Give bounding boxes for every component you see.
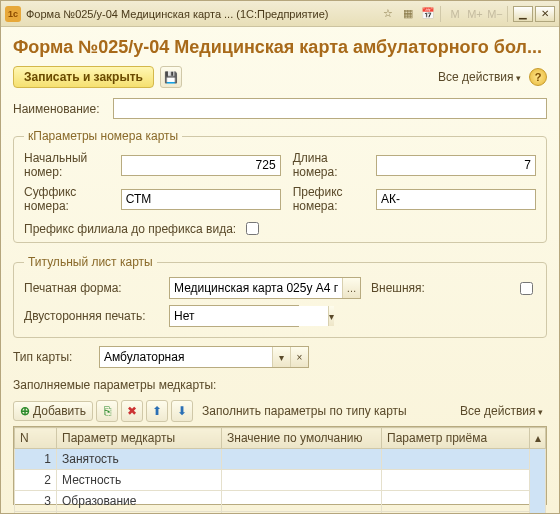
card-number-fieldset: кПараметры номера карты Начальный номер:… [13,129,547,243]
name-input[interactable] [113,98,547,119]
name-label: Наименование: [13,102,113,116]
params-all-actions-dropdown[interactable]: Все действия [460,404,543,418]
print-form-ellipsis-button[interactable]: … [342,278,360,298]
prefix-input[interactable] [376,189,536,210]
name-row: Наименование: [13,98,547,119]
close-button[interactable]: ✕ [535,6,555,22]
help-icon[interactable]: ? [529,68,547,86]
all-actions-dropdown[interactable]: Все действия [438,70,521,84]
cell-default [222,512,382,514]
scrollbar-track[interactable] [530,449,546,514]
save-close-button[interactable]: Записать и закрыть [13,66,154,88]
move-up-button[interactable]: ⬆ [146,400,168,422]
branch-prefix-checkbox[interactable] [246,222,259,235]
start-num-label: Начальный номер: [24,151,109,179]
table-row[interactable]: 2 Местность [15,470,546,491]
table-row[interactable]: 1 Занятость [15,449,546,470]
scroll-up-button[interactable]: ▴ [530,428,546,449]
copy-button[interactable]: ⎘ [96,400,118,422]
external-checkbox[interactable] [520,282,533,295]
length-input[interactable] [376,155,536,176]
params-toolbar: ⊕ Добавить ⎘ ✖ ⬆ ⬇ Заполнить параметры п… [13,400,547,422]
duplex-input[interactable] [170,306,328,326]
card-type-row: Тип карты: ▾ × [13,346,547,368]
cell-param: Образование [57,491,222,512]
params-section-label: Заполняемые параметры медкарты: [13,378,547,392]
cell-n: 1 [15,449,57,470]
cell-default [222,449,382,470]
card-type-input[interactable] [100,347,272,367]
favorite-icon[interactable]: ☆ [379,5,397,23]
cell-default [222,491,382,512]
title-page-legend: Титульный лист карты [24,255,157,269]
cell-visit [382,491,530,512]
cell-n: 4 [15,512,57,514]
app-window: 1c Форма №025/у-04 Медицинская карта ...… [0,0,560,514]
table-row[interactable]: 4 Семейное положение [15,512,546,514]
cell-default [222,470,382,491]
card-type-label: Тип карты: [13,350,99,364]
col-default-header[interactable]: Значение по умолчанию [222,428,382,449]
fill-by-type-link[interactable]: Заполнить параметры по типу карты [202,404,407,418]
title-page-fieldset: Титульный лист карты Печатная форма: … В… [13,255,547,338]
window-title: Форма №025/у-04 Медицинская карта ... (1… [26,8,377,20]
save-icon-button[interactable]: 💾 [160,66,182,88]
cell-visit [382,470,530,491]
cell-n: 3 [15,491,57,512]
move-down-button[interactable]: ⬇ [171,400,193,422]
memory-m-button[interactable]: M [446,5,464,23]
delete-button[interactable]: ✖ [121,400,143,422]
col-n-header[interactable]: N [15,428,57,449]
start-num-input[interactable] [121,155,281,176]
duplex-dropdown-button[interactable]: ▾ [328,306,334,326]
add-button[interactable]: ⊕ Добавить [13,401,93,421]
col-param-header[interactable]: Параметр медкарты [57,428,222,449]
col-visit-header[interactable]: Параметр приёма [382,428,530,449]
length-label: Длина номера: [293,151,364,179]
cell-param: Семейное положение [57,512,222,514]
cell-param: Занятость [57,449,222,470]
card-number-legend: кПараметры номера карты [24,129,182,143]
titlebar: 1c Форма №025/у-04 Медицинская карта ...… [1,1,559,27]
memory-mminus-button[interactable]: M− [486,5,504,23]
minimize-button[interactable]: ▁ [513,6,533,22]
page-title: Форма №025/у-04 Медицинская карта амбула… [13,37,547,58]
duplex-combo[interactable]: ▾ [169,305,299,327]
external-label: Внешняя: [371,281,506,295]
table-row[interactable]: 3 Образование [15,491,546,512]
branch-prefix-label: Префикс филиала до префикса вида: [24,222,236,236]
card-type-combo[interactable]: ▾ × [99,346,309,368]
memory-mplus-button[interactable]: M+ [466,5,484,23]
top-toolbar: Записать и закрыть 💾 Все действия ? [13,66,547,88]
prefix-label: Префикс номера: [293,185,364,213]
suffix-input[interactable] [121,189,281,210]
cell-visit [382,512,530,514]
suffix-label: Суффикс номера: [24,185,109,213]
params-table: N Параметр медкарты Значение по умолчани… [13,426,547,505]
calendar-icon[interactable]: 📅 [419,5,437,23]
grid-icon[interactable]: ▦ [399,5,417,23]
add-button-label: Добавить [33,404,86,418]
cell-n: 2 [15,470,57,491]
table-header-row: N Параметр медкарты Значение по умолчани… [15,428,546,449]
app-icon: 1c [5,6,21,22]
plus-icon: ⊕ [20,404,30,418]
print-form-label: Печатная форма: [24,281,159,295]
card-type-dropdown-button[interactable]: ▾ [272,347,290,367]
print-form-input[interactable] [170,278,342,298]
cell-param: Местность [57,470,222,491]
duplex-label: Двусторонняя печать: [24,309,159,323]
card-type-clear-button[interactable]: × [290,347,308,367]
print-form-combo[interactable]: … [169,277,361,299]
cell-visit [382,449,530,470]
